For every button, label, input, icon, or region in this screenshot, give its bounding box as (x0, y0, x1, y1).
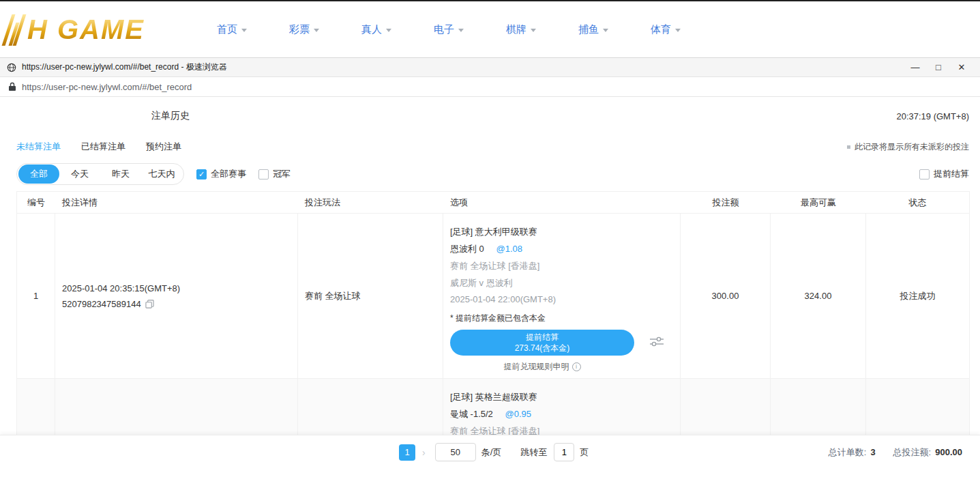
cashout-note: * 提前结算金额已包含本金 (450, 313, 673, 324)
close-button[interactable]: ✕ (950, 58, 973, 76)
address-bar[interactable]: https://user-pc-new.jylywl.com/#/bet_rec… (0, 77, 980, 97)
bet-time: 2025-01-04 20:35:15(GMT+8) (62, 283, 291, 293)
bullet-icon (847, 145, 850, 149)
nav-label: 电子 (434, 23, 454, 36)
tab-unsettled[interactable]: 未结算注单 (16, 141, 61, 153)
cashout-label: 提前结算 (526, 332, 559, 343)
market-line: 赛前 全场让球 [香港盘] (450, 260, 673, 272)
chevron-down-icon (241, 29, 247, 32)
cashout-amount: 273.74(含本金) (515, 343, 570, 354)
header-maxwin: 最高可赢 (771, 197, 866, 209)
nav-item-home[interactable]: 首页 (217, 23, 247, 36)
checkbox-unchecked-icon[interactable] (919, 169, 930, 179)
chevron-down-icon (603, 29, 608, 32)
date-range-segmented: 全部 今天 昨天 七天内 (16, 163, 184, 185)
total-count-group: 总计单数: 3 (829, 446, 876, 459)
date-filter-yesterday[interactable]: 昨天 (100, 164, 141, 184)
odds-value: @0.95 (505, 409, 531, 419)
league-name: [足球] 英格兰超级联赛 (450, 391, 673, 403)
cashout-settings-icon[interactable] (649, 335, 664, 350)
bet-detail-cell: 2025-01-04 20:35:15(GMT+8) 5207982347589… (55, 214, 298, 378)
nav-label: 彩票 (289, 23, 310, 36)
page-title: 注单历史 (151, 110, 190, 122)
address-url[interactable]: https://user-pc-new.jylywl.com/#/bet_rec… (22, 82, 192, 92)
pick-name: 曼城 -1.5/2 (450, 409, 493, 419)
chevron-down-icon (458, 29, 464, 32)
bet-amount: 300.00 (681, 214, 771, 378)
bet-id: 5207982347589144 (62, 299, 141, 309)
nav-item-slots[interactable]: 电子 (434, 23, 464, 36)
site-header: H GAME 首页 彩票 真人 电子 棋牌 捕鱼 体育 (0, 1, 980, 57)
header-no: 编号 (17, 197, 55, 209)
date-filter-today[interactable]: 今天 (59, 164, 100, 184)
bet-id-line: 5207982347589144 (62, 299, 291, 309)
nav-label: 捕鱼 (578, 23, 599, 36)
date-filter-7days[interactable]: 七天内 (141, 164, 182, 184)
odds-value: @1.08 (496, 244, 522, 254)
nav-item-fishing[interactable]: 捕鱼 (578, 23, 608, 36)
chevron-down-icon (675, 29, 681, 32)
match-time: 2025-01-04 22:00(GMT+8) (450, 294, 673, 304)
tab-settled[interactable]: 已结算注单 (81, 141, 125, 153)
league-name: [足球] 意大利甲级联赛 (450, 226, 673, 238)
all-events-checkbox[interactable]: ✓ 全部赛事 (196, 168, 246, 180)
nav-item-live[interactable]: 真人 (361, 23, 391, 36)
page-footer: 1 › 条/页 跳转至 页 总计单数: 3 总投注额: 900.00 (0, 435, 980, 469)
header-play: 投注玩法 (298, 197, 443, 209)
all-events-label: 全部赛事 (211, 168, 246, 180)
next-page-icon[interactable]: › (422, 447, 426, 458)
jump-page-input[interactable] (554, 443, 574, 461)
page-unit-label: 页 (580, 446, 589, 459)
site-logo[interactable]: H GAME (0, 1, 205, 57)
pagination: 1 › 条/页 跳转至 页 (399, 443, 589, 461)
window-controls: — □ ✕ (904, 58, 973, 76)
nav-item-cards[interactable]: 棋牌 (506, 23, 536, 36)
per-page-input[interactable] (435, 443, 476, 461)
logo-text: H GAME (27, 14, 145, 45)
date-filter-all[interactable]: 全部 (18, 164, 59, 184)
header-status: 状态 (866, 197, 969, 209)
option-cell: [足球] 意大利甲级联赛 恩波利 0 @1.08 赛前 全场让球 [香港盘] 威… (443, 214, 681, 378)
browser-tab-title: https://user-pc-new.jylywl.com/#/bet_rec… (22, 61, 904, 73)
page-head: 注单历史 20:37:19 (GMT+8) (0, 97, 980, 135)
notice-text: 此记录将显示所有未派彩的投注 (855, 141, 969, 153)
maximize-button[interactable]: □ (927, 58, 950, 76)
max-win: 324.00 (771, 214, 866, 378)
main-nav: 首页 彩票 真人 电子 棋牌 捕鱼 体育 (217, 23, 723, 36)
lock-icon (8, 82, 16, 91)
chevron-down-icon (314, 29, 319, 32)
checkbox-unchecked-icon[interactable] (258, 169, 269, 179)
chevron-down-icon (531, 29, 536, 32)
checkbox-checked-icon[interactable]: ✓ (196, 169, 207, 179)
info-icon: i (572, 362, 581, 371)
pick-line: 恩波利 0 @1.08 (450, 243, 673, 255)
table-header-row: 编号 投注详情 投注玩法 选项 投注额 最高可赢 状态 (17, 192, 969, 214)
nav-label: 体育 (651, 23, 671, 36)
logo-stripes-icon (7, 13, 23, 46)
early-settle-checkbox[interactable]: 提前结算 (919, 168, 969, 180)
total-amount-value: 900.00 (935, 447, 962, 457)
cashout-rule-link[interactable]: 提前兑现规则申明 i (450, 361, 634, 373)
champion-checkbox[interactable]: 冠军 (258, 168, 291, 180)
play-type: 赛前 全场让球 (298, 214, 443, 378)
bet-tabs: 未结算注单 已结算注单 预约注单 此记录将显示所有未派彩的投注 (0, 135, 980, 158)
bet-table: 编号 投注详情 投注玩法 选项 投注额 最高可赢 状态 1 2025-01-04… (16, 191, 970, 469)
match-line: 威尼斯 v 恩波利 (450, 277, 673, 289)
page-number-button[interactable]: 1 (399, 444, 415, 461)
totals: 总计单数: 3 总投注额: 900.00 (811, 446, 962, 459)
pick-name: 恩波利 0 (450, 244, 484, 254)
page-time: 20:37:19 (GMT+8) (896, 111, 969, 121)
per-page-label: 条/页 (481, 446, 502, 459)
minimize-button[interactable]: — (904, 58, 927, 76)
tab-reserved[interactable]: 预约注单 (146, 141, 181, 153)
globe-icon (7, 63, 16, 72)
early-settle-label: 提前结算 (934, 168, 969, 180)
jump-label: 跳转至 (520, 446, 547, 459)
total-amount-group: 总投注额: 900.00 (893, 446, 962, 459)
cashout-button[interactable]: 提前结算 273.74(含本金) (450, 330, 634, 356)
total-amount-label: 总投注额: (893, 446, 932, 459)
nav-item-lottery[interactable]: 彩票 (289, 23, 319, 36)
copy-icon[interactable] (145, 300, 154, 308)
header-detail: 投注详情 (55, 197, 298, 209)
nav-item-sports[interactable]: 体育 (651, 23, 681, 36)
